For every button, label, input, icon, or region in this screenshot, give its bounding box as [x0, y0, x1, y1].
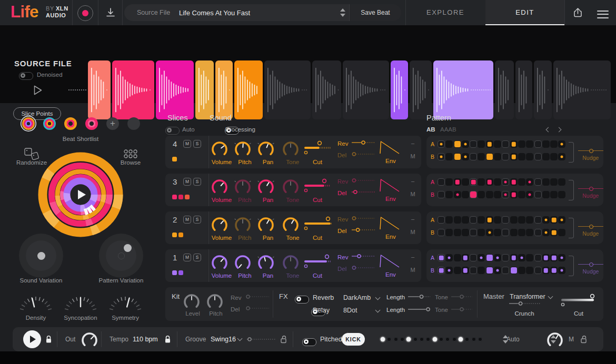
pattern-step[interactable]	[462, 191, 469, 198]
pattern-step[interactable]	[510, 140, 518, 148]
pattern-step[interactable]	[502, 229, 509, 236]
step-dot-active[interactable]	[458, 337, 463, 342]
knob-volume[interactable]	[210, 140, 233, 159]
dial-density[interactable]	[15, 291, 57, 315]
wave-slice[interactable]	[312, 60, 341, 119]
delay-preset-chevron-icon[interactable]	[375, 308, 381, 313]
denoised-toggle[interactable]	[19, 72, 33, 80]
pattern-step[interactable]	[534, 191, 542, 198]
knob-pitch[interactable]	[233, 140, 256, 159]
pattern-step[interactable]	[486, 216, 493, 224]
slot-mute[interactable]: M	[406, 267, 419, 273]
step-dot-active[interactable]	[432, 337, 437, 342]
source-play-icon[interactable]	[33, 85, 43, 96]
mute-button[interactable]: M	[183, 254, 191, 261]
pattern-step[interactable]	[462, 267, 469, 274]
wave-slice-active[interactable]	[391, 60, 408, 119]
groove-lock-icon[interactable]	[280, 335, 288, 343]
pattern-step[interactable]	[534, 229, 542, 236]
knob-pitch[interactable]	[233, 178, 256, 197]
knob-pan[interactable]	[256, 254, 280, 272]
pattern-step[interactable]	[486, 140, 493, 148]
step-dot[interactable]	[394, 337, 398, 341]
pattern-step[interactable]	[478, 191, 485, 198]
pattern-step[interactable]	[542, 140, 550, 148]
pattern-step[interactable]	[510, 267, 518, 274]
pattern-step[interactable]	[542, 229, 550, 236]
pattern-step[interactable]	[470, 140, 477, 148]
source-file-field[interactable]: Source File Life Comes At You Fast Save …	[124, 4, 401, 21]
knob-volume[interactable]	[210, 178, 233, 197]
tempo-value[interactable]: 110 bpm	[133, 336, 158, 343]
pattern-step[interactable]	[494, 178, 501, 186]
pattern-step[interactable]	[478, 216, 485, 224]
pattern-step[interactable]	[462, 254, 469, 261]
pattern-step[interactable]	[526, 153, 533, 160]
crunch-slider[interactable]	[509, 301, 541, 306]
pattern-prev-icon[interactable]	[546, 127, 551, 133]
pattern-step[interactable]	[558, 254, 565, 261]
del-slider[interactable]	[351, 189, 375, 195]
pattern-step[interactable]	[445, 178, 453, 186]
pattern-step[interactable]	[502, 191, 509, 198]
pattern-step[interactable]	[478, 140, 485, 148]
pattern-step[interactable]	[445, 216, 453, 224]
step-dot-active[interactable]	[381, 337, 385, 342]
tab-edit[interactable]: EDIT	[485, 0, 564, 25]
pattern-step[interactable]	[542, 191, 550, 198]
pattern-step[interactable]	[486, 153, 493, 160]
pattern-step[interactable]	[558, 229, 565, 236]
pattern-step[interactable]	[550, 178, 558, 186]
pattern-step[interactable]	[454, 254, 461, 261]
step-dot[interactable]	[426, 337, 430, 341]
beat-shortlist-item[interactable]	[22, 117, 35, 130]
pattern-step[interactable]	[502, 140, 509, 148]
reverb-length-slider[interactable]	[408, 294, 431, 299]
pattern-step[interactable]	[558, 267, 565, 274]
pattern-step[interactable]	[502, 254, 509, 261]
env-shape[interactable]	[378, 176, 401, 194]
pattern-step[interactable]	[445, 153, 453, 160]
wave-slice[interactable]	[515, 60, 532, 119]
step-dot[interactable]	[413, 337, 418, 341]
knob-tone[interactable]	[281, 178, 304, 197]
pattern-step[interactable]	[486, 254, 493, 261]
pattern-step[interactable]	[462, 216, 469, 224]
pattern-step[interactable]	[502, 153, 509, 160]
wave-slice-active[interactable]	[88, 60, 111, 119]
pattern-step[interactable]	[494, 254, 501, 261]
pattern-step[interactable]	[438, 267, 445, 274]
step-dot[interactable]	[439, 337, 443, 341]
slot-mute[interactable]: M	[406, 153, 419, 159]
reverb-preset-select[interactable]: DarkAmb	[343, 294, 371, 301]
play-lock-icon[interactable]	[45, 335, 52, 343]
pattern-step[interactable]	[510, 178, 518, 186]
delay-preset-select[interactable]: 8Dot	[343, 307, 357, 314]
knob-tone[interactable]	[281, 140, 304, 159]
pattern-step[interactable]	[478, 178, 485, 186]
wave-slice[interactable]	[553, 60, 611, 119]
pattern-step[interactable]	[526, 267, 533, 274]
rev-slider[interactable]	[351, 216, 375, 221]
pattern-step[interactable]	[438, 216, 445, 224]
pattern-step[interactable]	[518, 178, 525, 186]
pattern-step[interactable]	[462, 229, 469, 236]
source-file-spinner[interactable]	[340, 8, 345, 17]
pattern-step[interactable]	[438, 191, 445, 198]
step-dot[interactable]	[420, 337, 424, 341]
knob-tone[interactable]	[281, 216, 304, 235]
pattern-step[interactable]	[438, 229, 445, 236]
pattern-step[interactable]	[526, 191, 533, 198]
master-algo-select[interactable]: Transformer	[510, 293, 545, 300]
pattern-step[interactable]	[550, 254, 558, 261]
delay-tone-slider[interactable]	[451, 307, 473, 312]
slot-mute[interactable]: M	[406, 229, 419, 235]
pattern-step[interactable]	[558, 191, 565, 198]
pattern-step[interactable]	[502, 178, 509, 186]
wave-slice[interactable]	[343, 60, 389, 119]
step-dot[interactable]	[400, 337, 404, 341]
pattern-step[interactable]	[462, 153, 469, 160]
slices-auto-toggle[interactable]	[165, 127, 180, 135]
pattern-step[interactable]	[542, 153, 550, 160]
pattern-step[interactable]	[478, 153, 485, 160]
